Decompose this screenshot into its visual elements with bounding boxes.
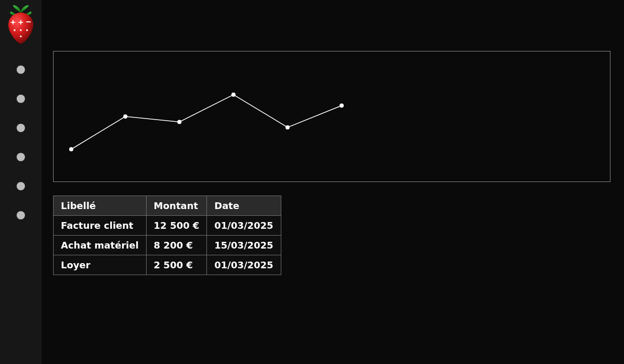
nav-item-0[interactable] <box>17 66 25 74</box>
cell-date: 01/03/2025 <box>207 216 281 236</box>
chart-card <box>53 51 610 182</box>
nav-item-2[interactable] <box>17 124 25 132</box>
table-row[interactable]: Loyer2 500 €01/03/2025 <box>54 255 281 275</box>
cell-label: Facture client <box>54 216 147 236</box>
cell-label: Loyer <box>54 255 147 275</box>
svg-point-5 <box>26 29 28 31</box>
cell-amount: 12 500 € <box>146 216 207 236</box>
cell-label: Achat matériel <box>54 236 147 255</box>
table-row[interactable]: Facture client12 500 €01/03/2025 <box>54 216 281 236</box>
nav-item-5[interactable] <box>17 211 25 219</box>
chart-point <box>177 120 181 124</box>
logo-strawberry-icon: + + − <box>4 4 37 45</box>
nav-item-1[interactable] <box>17 95 25 103</box>
svg-text:+: + <box>18 17 23 27</box>
svg-point-3 <box>14 29 16 31</box>
col-date: Date <box>207 196 281 216</box>
cell-date: 01/03/2025 <box>207 255 281 275</box>
chart-point <box>285 125 290 129</box>
chart-point <box>69 147 73 151</box>
nav-item-3[interactable] <box>17 153 25 161</box>
col-label: Libellé <box>54 196 147 216</box>
table-header-row: Libellé Montant Date <box>54 196 281 216</box>
svg-point-4 <box>20 29 22 31</box>
chart-line <box>71 95 342 149</box>
transactions-table: Libellé Montant Date Facture client12 50… <box>53 196 281 275</box>
cell-date: 15/03/2025 <box>207 236 281 255</box>
chart-point <box>231 93 236 97</box>
svg-text:+: + <box>10 17 16 27</box>
table-row[interactable]: Achat matériel8 200 €15/03/2025 <box>54 236 281 255</box>
nav-item-4[interactable] <box>17 182 25 190</box>
col-amount: Montant <box>146 196 207 216</box>
chart-point <box>123 114 127 119</box>
sidebar: + + − <box>0 0 42 364</box>
main-content: Libellé Montant Date Facture client12 50… <box>42 0 624 364</box>
svg-point-6 <box>20 35 22 37</box>
cell-amount: 8 200 € <box>146 236 207 255</box>
svg-text:−: − <box>26 17 31 27</box>
line-chart <box>61 57 352 176</box>
chart-point <box>340 103 344 108</box>
cell-amount: 2 500 € <box>146 255 207 275</box>
